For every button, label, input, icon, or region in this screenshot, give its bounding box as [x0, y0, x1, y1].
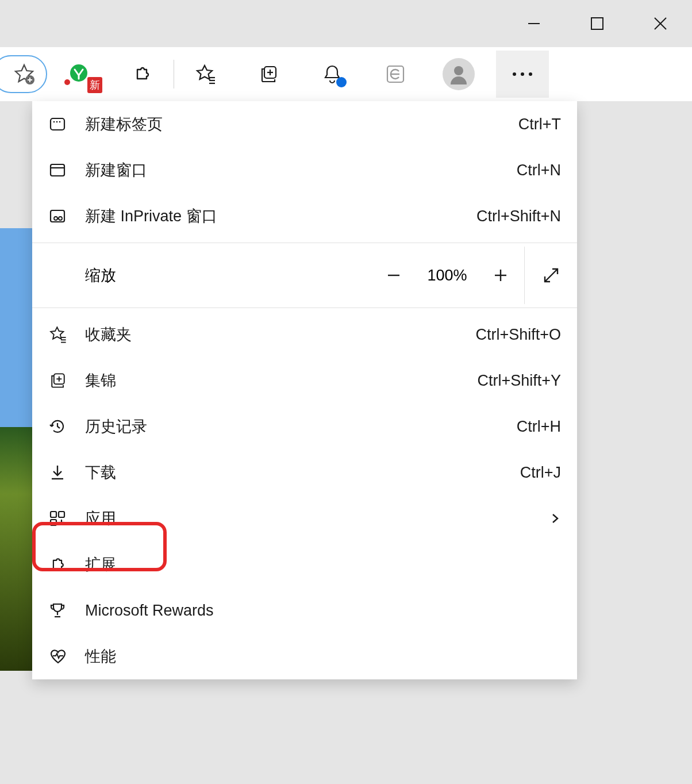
favorites-bar-button[interactable] [174, 47, 237, 101]
menu-new-tab[interactable]: 新建标签页 Ctrl+T [32, 101, 577, 147]
menu-separator [32, 308, 577, 308]
svg-point-20 [53, 121, 55, 123]
svg-rect-40 [51, 512, 56, 517]
zoom-out-button[interactable] [370, 247, 417, 304]
fullscreen-icon [543, 267, 560, 284]
collections-icon [258, 63, 280, 85]
menu-extensions[interactable]: 扩展 [32, 541, 577, 587]
menu-item-label: 新建窗口 [85, 160, 517, 180]
star-list-icon [194, 63, 217, 86]
menu-performance[interactable]: 性能 [32, 633, 577, 679]
menu-item-label: 扩展 [85, 554, 561, 575]
add-favorite-button[interactable] [0, 55, 47, 93]
menu-item-label: 性能 [85, 646, 561, 667]
svg-point-21 [56, 121, 58, 123]
svg-point-22 [59, 121, 61, 123]
window-titlebar [0, 0, 692, 47]
menu-shortcut: Ctrl+T [518, 116, 561, 133]
zoom-label: 缩放 [85, 265, 370, 286]
menu-item-label: 历史记录 [85, 416, 517, 437]
menu-new-inprivate[interactable]: 新建 InPrivate 窗口 Ctrl+Shift+N [32, 193, 577, 239]
menu-item-label: 集锦 [85, 370, 477, 391]
new-badge: 新 [87, 77, 102, 93]
menu-rewards[interactable]: Microsoft Rewards [32, 587, 577, 633]
svg-rect-41 [59, 512, 64, 517]
menu-item-label: 下载 [85, 462, 520, 483]
notifications-button[interactable] [301, 47, 364, 101]
settings-menu: 新建标签页 Ctrl+T 新建窗口 Ctrl+N 新建 InPrivate 窗口… [32, 101, 577, 679]
avatar-icon [443, 58, 475, 90]
menu-item-label: 新建 InPrivate 窗口 [85, 206, 476, 226]
trophy-icon [48, 601, 85, 620]
puzzle-icon [132, 64, 152, 84]
zoom-value: 100% [417, 267, 477, 285]
new-tab-icon [48, 115, 85, 133]
settings-more-button[interactable] [496, 51, 549, 98]
browser-toolbar: 新 [0, 47, 692, 101]
svg-rect-23 [51, 164, 64, 176]
menu-shortcut: Ctrl+Shift+Y [477, 372, 561, 390]
minimize-icon [526, 16, 542, 32]
zoom-in-button[interactable] [477, 247, 524, 304]
extensions-button[interactable] [110, 47, 174, 101]
menu-collections[interactable]: 集锦 Ctrl+Shift+Y [32, 358, 577, 403]
menu-downloads[interactable]: 下载 Ctrl+J [32, 449, 577, 495]
minimize-button[interactable] [502, 0, 566, 47]
youdao-icon [67, 63, 90, 86]
menu-item-label: 应用 [85, 508, 549, 529]
puzzle-icon [48, 555, 85, 574]
menu-zoom: 缩放 100% [32, 247, 577, 304]
svg-rect-19 [51, 118, 64, 130]
collections-icon [48, 371, 85, 390]
menu-shortcut: Ctrl+Shift+N [476, 207, 561, 225]
menu-favorites[interactable]: 收藏夹 Ctrl+Shift+O [32, 312, 577, 358]
svg-point-26 [54, 217, 57, 220]
svg-rect-25 [51, 210, 64, 222]
notification-dot-icon [336, 77, 347, 87]
menu-separator [32, 243, 577, 243]
collections-button[interactable] [237, 47, 301, 101]
ie-mode-button[interactable] [364, 47, 427, 101]
window-icon [48, 161, 85, 179]
menu-history[interactable]: 历史记录 Ctrl+H [32, 403, 577, 449]
inprivate-icon [48, 207, 85, 225]
menu-shortcut: Ctrl+J [520, 464, 561, 482]
chevron-right-icon [549, 513, 561, 524]
extension-youdao-button[interactable]: 新 [47, 47, 110, 101]
close-icon [652, 15, 669, 32]
svg-point-17 [521, 72, 524, 76]
menu-apps[interactable]: 应用 [32, 495, 577, 541]
menu-shortcut: Ctrl+Shift+O [475, 326, 561, 344]
plus-icon [493, 267, 509, 283]
page-content-sliver [0, 228, 32, 671]
maximize-button[interactable] [566, 0, 629, 47]
maximize-icon [590, 16, 605, 31]
minus-icon [386, 267, 402, 283]
ie-mode-icon [385, 64, 406, 84]
star-add-icon [13, 63, 36, 86]
fullscreen-button[interactable] [524, 247, 577, 304]
close-button[interactable] [629, 0, 692, 47]
svg-point-16 [513, 72, 516, 76]
svg-point-15 [454, 66, 463, 75]
menu-new-window[interactable]: 新建窗口 Ctrl+N [32, 147, 577, 193]
svg-point-18 [529, 72, 532, 76]
menu-shortcut: Ctrl+N [517, 162, 561, 179]
notification-dot-icon [64, 79, 70, 85]
svg-point-27 [59, 217, 62, 220]
heartbeat-icon [48, 647, 85, 666]
profile-button[interactable] [427, 47, 490, 101]
svg-rect-42 [51, 520, 56, 525]
history-icon [48, 417, 85, 436]
menu-item-label: 新建标签页 [85, 114, 518, 134]
more-icon [511, 71, 534, 77]
svg-rect-1 [591, 18, 603, 29]
menu-shortcut: Ctrl+H [517, 418, 561, 436]
star-list-icon [48, 325, 85, 344]
download-icon [48, 463, 85, 482]
apps-icon [48, 509, 85, 528]
menu-item-label: 收藏夹 [85, 324, 475, 345]
menu-item-label: Microsoft Rewards [85, 602, 561, 620]
